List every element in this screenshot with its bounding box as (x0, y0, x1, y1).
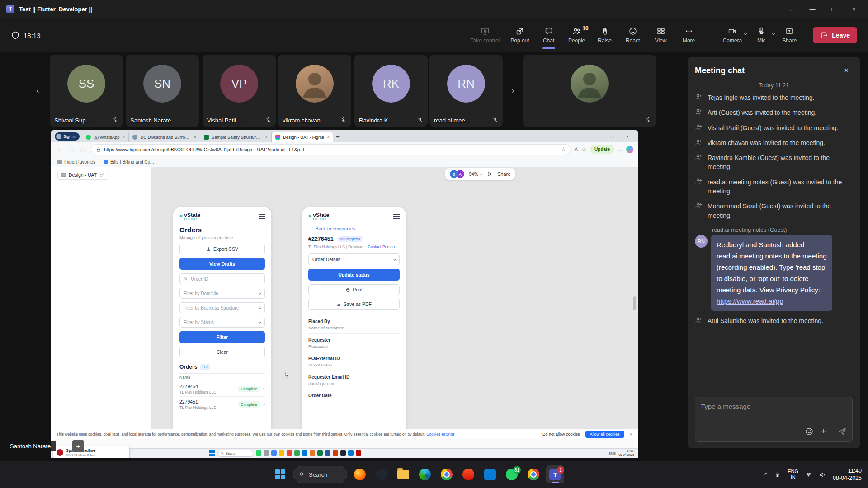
favorites-star-icon[interactable]: ☆ (581, 146, 586, 153)
window-maximize-button[interactable]: □ (823, 0, 844, 18)
whatsapp-app-icon[interactable]: 81 (503, 465, 521, 483)
browser-tab-whatsapp[interactable]: (6) WhatsApp × (82, 132, 129, 142)
new-tab-button[interactable]: + (333, 132, 342, 141)
share-button[interactable]: Share (777, 23, 802, 47)
order-details-select[interactable]: Order Details (308, 253, 400, 265)
vscode-app-icon[interactable] (481, 465, 499, 483)
taskbar-search[interactable]: Search (293, 466, 347, 483)
browser-tab-dc-divisions[interactable]: DC Divisions and Surroundings × (129, 132, 200, 142)
filter-button[interactable]: Filter (179, 331, 265, 343)
window-close-button[interactable]: × (844, 0, 864, 18)
message-input[interactable] (701, 403, 847, 410)
filter-business-structure-select[interactable]: Filter by Business Structure (179, 302, 265, 313)
browser-close-button[interactable]: × (620, 131, 635, 142)
pop-out-button[interactable]: Pop out (506, 23, 533, 47)
chat-close-icon[interactable]: × (840, 64, 853, 77)
react-button[interactable]: React (620, 23, 646, 47)
browser-minimize-button[interactable]: — (589, 131, 604, 142)
present-play-icon[interactable] (486, 171, 493, 177)
orders-table-header[interactable]: Name↓ (179, 373, 265, 381)
news-toast[interactable]: Sports Headline KKR vs LSG, IPL... (53, 446, 129, 458)
bookmark-star-icon[interactable]: ☆ (561, 146, 566, 152)
edge-app-icon[interactable] (416, 465, 434, 483)
view-button[interactable]: View (648, 23, 674, 47)
start-button[interactable] (271, 465, 289, 483)
brave-app-icon[interactable] (459, 465, 477, 483)
zoom-control[interactable]: 94% (469, 171, 482, 177)
people-button[interactable]: 10 People (564, 23, 590, 47)
chrome-app-icon[interactable] (438, 465, 456, 483)
wifi-icon[interactable] (805, 471, 812, 479)
participant-tile[interactable]: SN Santosh Narate (126, 55, 199, 127)
view-drafts-button[interactable]: View Drafts (179, 258, 265, 270)
chrome-beta-app-icon[interactable] (524, 465, 542, 483)
more-button[interactable]: More (676, 23, 702, 47)
tab-close-icon[interactable]: × (265, 135, 268, 140)
deny-cookies-button[interactable]: Do not allow cookies (542, 432, 580, 436)
raise-button[interactable]: Raise (592, 23, 618, 47)
back-to-companies-link[interactable]: ← Back to companies (308, 226, 400, 231)
participant-tile[interactable] (523, 55, 656, 127)
order-row[interactable]: 2279451TL Flex Holdings LLC Complete › (179, 397, 265, 412)
figma-frame-order-detail[interactable]: Mobile: Home > Orders > Order ABC » vSta… (302, 207, 406, 458)
dark-app-icon[interactable] (373, 465, 391, 483)
scroll-participants-left-button[interactable] (32, 84, 45, 98)
contact-person-link[interactable]: Contact-Person (368, 244, 395, 249)
tab-close-icon[interactable]: × (123, 135, 125, 140)
emoji-icon[interactable] (805, 427, 814, 436)
clear-button[interactable]: Clear (179, 347, 265, 357)
taskbar-clock[interactable]: 11:4008-04-2025 (833, 467, 862, 482)
file-explorer-app-icon[interactable] (394, 465, 412, 483)
save-as-pdf-button[interactable]: Save as PDF (308, 299, 400, 310)
hamburger-menu-icon[interactable] (393, 213, 400, 220)
cookie-close-icon[interactable]: × (630, 432, 632, 437)
scroll-participants-right-button[interactable] (505, 84, 519, 98)
teams-app-icon[interactable]: T 1 (546, 465, 564, 483)
browser-tab-sheets[interactable]: Sample Salary Structure with cal... × (200, 132, 272, 142)
order-row[interactable]: 2279454TL Flex Holdings LLC Complete › (179, 381, 265, 397)
allow-cookies-button[interactable]: Allow all cookies (585, 431, 624, 438)
participant-tile[interactable]: RK Ravindra K... (354, 55, 428, 127)
firefox-app-icon[interactable] (351, 465, 369, 483)
collaborator-avatar[interactable]: S (450, 170, 458, 178)
canvas-scrollbar[interactable] (633, 296, 636, 310)
camera-button[interactable]: Camera (719, 23, 746, 47)
cookie-settings-link[interactable]: Cookies settings (426, 432, 454, 436)
browser-menu-icon[interactable]: ... (618, 146, 623, 153)
volume-icon[interactable] (819, 471, 826, 479)
leave-button[interactable]: Leave (813, 27, 857, 43)
participant-tile[interactable]: RN read.ai mee... (429, 55, 503, 127)
privacy-policy-link[interactable]: https://www.read.ai/pp (717, 297, 783, 305)
order-id-search-input[interactable]: Order ID (179, 273, 265, 284)
home-icon[interactable] (79, 145, 87, 154)
url-input[interactable] (104, 147, 558, 152)
read-aloud-icon[interactable]: A (574, 146, 578, 153)
send-icon[interactable] (838, 427, 847, 436)
bookmark-import-favorites[interactable]: Import favorites (57, 160, 95, 164)
copilot-icon[interactable] (626, 146, 633, 153)
back-icon[interactable] (56, 145, 64, 154)
browser-profile-button[interactable]: Sign in (55, 132, 80, 141)
tab-close-icon[interactable]: × (327, 135, 330, 140)
attach-plus-icon[interactable]: + (821, 427, 826, 436)
language-indicator[interactable]: ENGIN (788, 469, 798, 480)
window-more-button[interactable]: ... (781, 0, 802, 18)
figma-file-chip[interactable]: Design - UAT (57, 170, 108, 180)
tab-close-icon[interactable]: × (193, 135, 196, 140)
refresh-icon[interactable] (67, 145, 75, 154)
browser-maximize-button[interactable]: □ (604, 131, 620, 142)
compose-box[interactable]: + (695, 397, 853, 442)
filter-status-select[interactable]: Filter by Status (179, 317, 265, 328)
export-csv-button[interactable]: Export CSV (179, 244, 265, 254)
figma-share-button[interactable]: Share (497, 171, 510, 177)
tray-mic-icon[interactable] (774, 471, 781, 478)
participant-tile[interactable]: SS Shivani Sup... (50, 55, 123, 127)
browser-tab-figma[interactable]: Design - UAT - Figma × (272, 132, 333, 142)
browser-update-button[interactable]: Update (590, 145, 614, 154)
figma-canvas[interactable]: Design - UAT S A 94% Share Mobile: Home … (51, 167, 638, 448)
update-status-button[interactable]: Update status (308, 269, 400, 281)
print-button[interactable]: Print (308, 284, 400, 295)
address-bar[interactable]: ☆ (91, 144, 571, 155)
participant-tile[interactable]: VP Vishal Patil ... (203, 55, 276, 127)
chat-button[interactable]: Chat (536, 23, 561, 47)
